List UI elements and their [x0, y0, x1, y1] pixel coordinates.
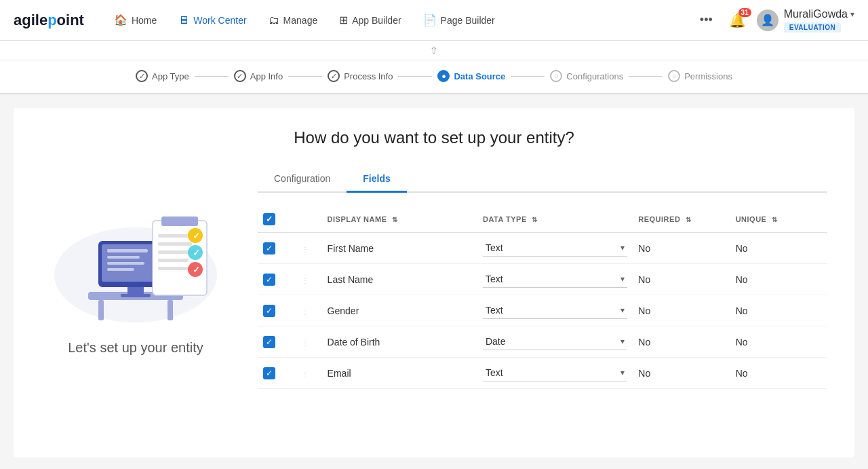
header-dot: [296, 206, 321, 233]
type-value: Text: [486, 305, 503, 316]
row-checkbox-cell: ✓: [258, 295, 296, 326]
row-checkbox-row-first-name[interactable]: ✓: [263, 242, 275, 255]
row-dot-cell: ⋮: [296, 264, 321, 295]
nav-app-builder[interactable]: ⊞ App Builder: [330, 8, 410, 32]
step-app-info[interactable]: ✓ App Info: [234, 70, 283, 82]
home-icon: 🏠: [114, 14, 127, 26]
nav-manage[interactable]: 🗂 Manage: [259, 9, 328, 32]
row-field-name: Email: [322, 358, 477, 389]
row-drag-handle[interactable]: ⋮: [302, 339, 309, 347]
svg-text:✓: ✓: [193, 265, 200, 275]
avatar: 👤: [757, 10, 778, 31]
navbar-right: ••• 🔔 31 👤 MuraliGowda ▾ EVALUATION: [694, 8, 854, 33]
row-drag-handle[interactable]: ⋮: [302, 246, 309, 253]
header-check: ✓: [258, 206, 296, 233]
step-configurations[interactable]: ○ Configurations: [550, 70, 623, 82]
tab-configuration[interactable]: Configuration: [258, 166, 347, 193]
header-checkbox[interactable]: ✓: [263, 213, 275, 225]
row-drag-handle[interactable]: ⋮: [302, 308, 309, 316]
step-line-1: [195, 76, 229, 77]
entity-body: ✓ ✓ ✓ Let's set up your entity Configura…: [41, 166, 827, 389]
work-center-icon: 🖥: [178, 14, 189, 26]
svg-rect-9: [107, 256, 140, 259]
dropdown-arrow-icon: ▾: [620, 368, 625, 377]
nav-home-label: Home: [132, 15, 157, 26]
svg-rect-3: [167, 300, 173, 320]
type-select-row-email[interactable]: Text ▾: [483, 364, 627, 381]
type-value: Text: [486, 242, 503, 253]
nav-app-builder-label: App Builder: [352, 15, 401, 26]
type-select-row-first-name[interactable]: Text ▾: [483, 240, 627, 257]
row-checkbox-cell: ✓: [258, 264, 296, 295]
svg-text:✓: ✓: [193, 231, 200, 241]
notification-button[interactable]: 🔔 31: [729, 12, 746, 29]
stepper: ✓ App Type ✓ App Info ✓ Process Info ● D…: [0, 60, 868, 94]
step-permissions[interactable]: ○ Permissions: [668, 70, 732, 82]
step-permissions-label: Permissions: [684, 71, 732, 81]
row-dot-cell: ⋮: [296, 358, 321, 389]
row-checkbox-row-last-name[interactable]: ✓: [263, 274, 275, 286]
type-value: Text: [486, 274, 503, 284]
step-app-info-icon: ✓: [234, 70, 246, 82]
table-row: ✓ ⋮ Last Name Text ▾ No No: [258, 264, 827, 295]
eval-badge: EVALUATION: [784, 22, 842, 33]
table-row: ✓ ⋮ Gender Text ▾ No No: [258, 295, 827, 326]
entity-caption: Let's set up your entity: [68, 340, 203, 356]
svg-rect-2: [98, 300, 104, 320]
table-scroll[interactable]: ✓ DISPLAY NAME ⇅ DATA TYPE: [258, 206, 827, 389]
row-required: No: [633, 326, 730, 358]
nav-page-builder[interactable]: 📄 Page Builder: [414, 8, 505, 32]
notification-badge: 31: [738, 8, 751, 17]
nav-more-button[interactable]: •••: [694, 10, 718, 30]
logo[interactable]: agilepoint: [14, 12, 84, 29]
sort-required-icon[interactable]: ⇅: [686, 216, 692, 223]
entity-left: ✓ ✓ ✓ Let's set up your entity: [41, 166, 231, 356]
nav-work-center[interactable]: 🖥 Work Center: [169, 9, 256, 32]
svg-text:✓: ✓: [193, 248, 200, 258]
sort-display-name-icon[interactable]: ⇅: [392, 216, 398, 223]
row-checkbox-row-email[interactable]: ✓: [263, 367, 275, 379]
type-select-row-dob[interactable]: Date ▾: [483, 333, 627, 350]
step-line-2: [288, 76, 322, 77]
type-select-row-last-name[interactable]: Text ▾: [483, 271, 627, 288]
row-required: No: [633, 264, 730, 295]
table-header-row: ✓ DISPLAY NAME ⇅ DATA TYPE: [258, 206, 827, 233]
content-area: How do you want to set up your entity?: [14, 108, 854, 457]
toggle-up-button[interactable]: ⇧: [425, 43, 443, 57]
row-checkbox-row-dob[interactable]: ✓: [263, 336, 275, 348]
tabs-row: Configuration Fields: [258, 166, 827, 193]
type-select-row-gender[interactable]: Text ▾: [483, 302, 627, 319]
row-dot-cell: ⋮: [296, 295, 321, 326]
header-unique: UNIQUE ⇅: [730, 206, 827, 233]
row-data-type: Date ▾: [477, 326, 633, 358]
table-row: ✓ ⋮ Email Text ▾ No No: [258, 358, 827, 389]
row-checkbox-row-gender[interactable]: ✓: [263, 305, 275, 317]
step-app-type[interactable]: ✓ App Type: [136, 70, 189, 82]
navbar-links: 🏠 Home 🖥 Work Center 🗂 Manage ⊞ App Buil…: [104, 8, 694, 32]
sort-unique-icon[interactable]: ⇅: [772, 216, 778, 223]
tab-fields[interactable]: Fields: [347, 166, 406, 193]
row-drag-handle[interactable]: ⋮: [302, 371, 309, 378]
row-checkbox-cell: ✓: [258, 358, 296, 389]
step-configurations-label: Configurations: [566, 71, 623, 81]
logo-dot: p: [47, 12, 56, 29]
user-details: MuraliGowda ▾ EVALUATION: [784, 8, 854, 33]
row-drag-handle[interactable]: ⋮: [302, 277, 309, 284]
svg-rect-15: [158, 242, 192, 246]
step-app-info-label: App Info: [250, 71, 283, 81]
row-unique: No: [730, 233, 827, 264]
step-data-source[interactable]: ● Data Source: [437, 70, 505, 82]
row-dot-cell: ⋮: [296, 326, 321, 358]
row-dot-cell: ⋮: [296, 233, 321, 264]
step-line-5: [629, 76, 663, 77]
row-data-type: Text ▾: [477, 358, 633, 389]
step-process-info[interactable]: ✓ Process Info: [328, 70, 393, 82]
user-menu[interactable]: 👤 MuraliGowda ▾ EVALUATION: [757, 8, 854, 33]
fields-table: ✓ DISPLAY NAME ⇅ DATA TYPE: [258, 206, 827, 389]
step-line-3: [398, 76, 432, 77]
row-checkbox-cell: ✓: [258, 326, 296, 358]
nav-home[interactable]: 🏠 Home: [104, 8, 166, 32]
page-builder-icon: 📄: [423, 14, 437, 26]
table-row: ✓ ⋮ Date of Birth Date ▾ No No: [258, 326, 827, 358]
sort-data-type-icon[interactable]: ⇅: [532, 216, 538, 223]
